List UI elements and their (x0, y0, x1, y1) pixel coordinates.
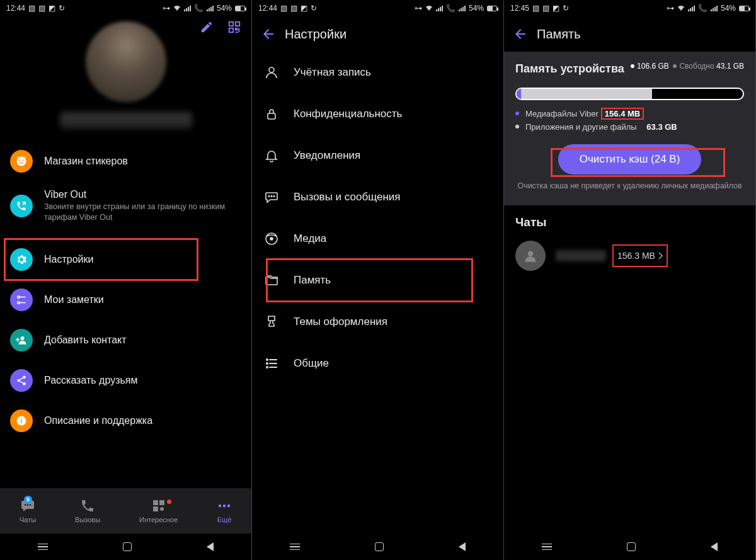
back-button[interactable] (207, 542, 214, 551)
svg-rect-0 (229, 22, 233, 26)
settings-item-calls[interactable]: Вызовы и сообщения (252, 176, 503, 218)
vpn-icon: ⊶ (415, 4, 422, 13)
settings-item-notifications[interactable]: Уведомления (252, 135, 503, 176)
status-time: 12:44 (258, 4, 277, 13)
notif-icon: ◩ (301, 4, 307, 13)
chat-name (556, 250, 606, 261)
bell-icon (263, 147, 280, 164)
settings-item-general[interactable]: Общие (252, 343, 503, 384)
image-icon: ▧ (28, 4, 35, 13)
wifi-icon (677, 5, 685, 11)
page-title: Настройки (285, 27, 346, 42)
menu-label: Настройки (44, 254, 93, 265)
recents-button[interactable] (290, 544, 300, 551)
settings-label: Медиа (294, 232, 326, 245)
menu-item-addcontact[interactable]: Добавить контакт (0, 320, 251, 360)
device-memory-title: Память устройства (515, 62, 624, 76)
svg-rect-2 (229, 28, 233, 32)
menu-item-notes[interactable]: Мои заметки (0, 280, 251, 320)
settings-item-media[interactable]: Медиа (252, 218, 503, 260)
svg-point-28 (268, 196, 270, 197)
recents-button[interactable] (38, 544, 48, 551)
home-button[interactable] (375, 542, 384, 551)
chats-section: Чаты 156.3 MB (504, 205, 755, 281)
battery-icon (487, 6, 497, 11)
back-button[interactable] (711, 542, 718, 551)
status-bar: 12:44 ▧ ▧ ◩ ↻ ⊶ 📞 54% (0, 0, 251, 16)
signal-icon (184, 6, 191, 11)
menu-label: Добавить контакт (44, 334, 127, 346)
svg-point-10 (21, 336, 25, 340)
svg-point-29 (271, 196, 272, 197)
svg-point-17 (27, 504, 29, 506)
dot-icon (515, 111, 519, 115)
image-icon: ▧ (38, 4, 45, 13)
storage-other-seg (521, 89, 652, 99)
lock-icon (263, 106, 280, 122)
chats-title: Чаты (515, 215, 744, 229)
image-icon: ▧ (532, 4, 539, 13)
settings-item-account[interactable]: Учётная запись (252, 52, 503, 93)
back-icon[interactable] (513, 26, 528, 42)
svg-rect-20 (159, 500, 164, 505)
tab-label: Чаты (20, 516, 36, 523)
device-memory-panel: Память устройства 106.6 GB Свободно 43.1… (504, 52, 755, 205)
svg-point-24 (223, 505, 226, 507)
status-time: 12:45 (510, 4, 529, 13)
home-button[interactable] (627, 542, 636, 551)
edit-icon[interactable] (200, 20, 214, 34)
clear-cache-note: Очистка кэша не приведет к удалению личн… (515, 181, 744, 192)
notification-dot (167, 500, 171, 504)
settings-item-storage[interactable]: Память (252, 260, 503, 301)
clear-cache-button[interactable]: Очистить кэш (24 B) (558, 144, 702, 174)
svg-point-37 (266, 363, 268, 364)
svg-point-36 (266, 359, 268, 360)
profile-avatar[interactable] (86, 21, 166, 102)
tab-label: Вызовы (75, 516, 100, 523)
profile-name (60, 112, 192, 129)
settings-label: Память (294, 274, 331, 287)
menu-item-settings[interactable]: Настройки (0, 239, 251, 280)
recents-button[interactable] (542, 544, 552, 551)
menu-label: Магазин стикеров (44, 156, 128, 167)
tab-calls[interactable]: Вызовы (75, 498, 100, 523)
settings-item-themes[interactable]: Темы оформления (252, 301, 503, 343)
home-button[interactable] (123, 542, 132, 551)
menu-item-viberout[interactable]: Viber Out Звоните внутри страны или за г… (0, 181, 251, 231)
chat-avatar (515, 241, 546, 271)
svg-point-23 (219, 505, 221, 507)
storage-legend: Медиафайлы Viber 156.4 MB Приложения и д… (515, 109, 744, 132)
signal-icon (436, 6, 443, 11)
tab-more[interactable]: Ещё (217, 498, 232, 523)
storage-bar (515, 88, 744, 100)
settings-item-privacy[interactable]: Конфиденциальность (252, 93, 503, 135)
page-header: Настройки (252, 16, 503, 52)
free-storage: 43.1 GB (716, 62, 744, 71)
back-icon[interactable] (261, 26, 276, 42)
status-time: 12:44 (6, 4, 25, 13)
menu-item-stickers[interactable]: Магазин стикеров (0, 141, 251, 181)
chat-icon (263, 189, 280, 205)
qr-icon[interactable] (227, 20, 241, 34)
menu-item-share[interactable]: Рассказать друзьям (0, 360, 251, 401)
dot-icon (515, 125, 519, 129)
page-header: Память (504, 16, 755, 52)
tab-explore[interactable]: Интересное (139, 498, 178, 523)
tab-label: Интересное (139, 516, 178, 523)
wifi-icon (425, 5, 433, 11)
chats-badge: 5 (24, 496, 32, 503)
signal-icon (207, 6, 214, 11)
back-button[interactable] (459, 542, 466, 551)
menu-item-help[interactable]: i Описание и поддержка (0, 401, 251, 441)
svg-point-11 (23, 375, 26, 379)
svg-point-16 (25, 504, 26, 506)
tab-chats[interactable]: 5 Чаты (20, 498, 36, 523)
chat-size: 156.3 MB (616, 248, 664, 263)
image-icon: ▧ (542, 4, 549, 13)
memory-stats: 106.6 GB Свободно 43.1 GB (631, 62, 744, 71)
total-storage: 106.6 GB (637, 62, 669, 71)
battery-pct: 54% (721, 4, 736, 13)
svg-point-5 (22, 159, 23, 161)
chat-row[interactable]: 156.3 MB (515, 241, 744, 271)
sync-icon: ↻ (563, 4, 569, 13)
